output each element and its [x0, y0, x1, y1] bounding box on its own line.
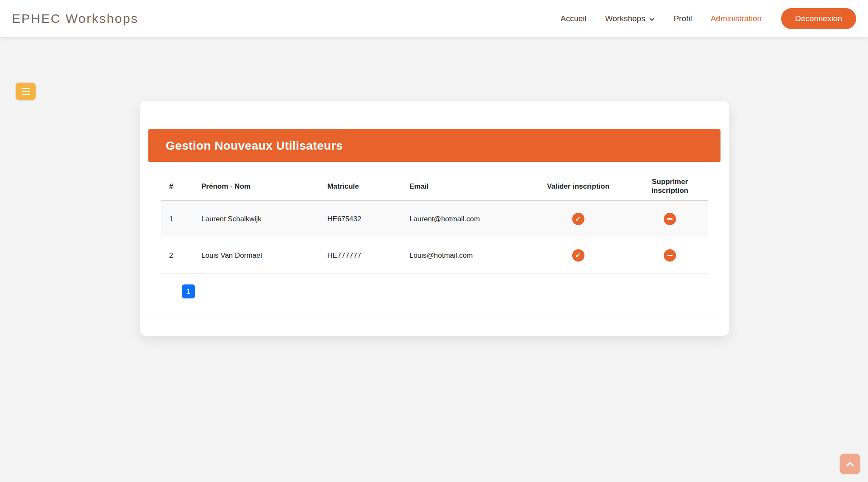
table-header-row: # Prénom - Nom Matricule Email Valider i…	[161, 165, 708, 201]
row-num: 2	[161, 237, 196, 274]
row-name: Laurent Schalkwijk	[196, 201, 322, 237]
column-header-num: #	[161, 165, 196, 201]
pagination: 1	[182, 284, 708, 298]
panel-header: Gestion Nouveaux Utilisateurs	[148, 129, 721, 162]
chevron-down-icon	[649, 17, 655, 22]
nav-item-accueil-label: Accueil	[560, 14, 586, 23]
column-header-delete: Supprimer inscription	[632, 165, 708, 201]
logout-button[interactable]: Déconnexion	[781, 8, 856, 29]
row-matricule: HE675432	[322, 201, 404, 237]
delete-registration-button[interactable]	[664, 249, 676, 262]
column-header-email: Email	[404, 165, 525, 201]
validate-registration-button[interactable]: ✓	[572, 249, 584, 262]
nav-item-workshops[interactable]: Workshops	[605, 14, 655, 23]
row-name: Louis Van Dormael	[196, 237, 322, 274]
minus-circle-icon	[667, 218, 673, 220]
pagination-page-1-button[interactable]: 1	[182, 284, 195, 298]
validate-registration-button[interactable]: ✓	[572, 213, 584, 225]
column-header-validate: Valider inscription	[525, 165, 632, 201]
row-matricule: HE777777	[322, 237, 404, 274]
brand-logo[interactable]: EPHEC Workshops	[12, 11, 139, 26]
minus-circle-icon	[667, 255, 673, 256]
sidebar-toggle-button[interactable]	[16, 83, 36, 100]
nav-item-accueil[interactable]: Accueil	[560, 14, 586, 23]
row-email: Louis@hotmail.com	[404, 237, 525, 274]
new-users-table: # Prénom - Nom Matricule Email Valider i…	[161, 165, 708, 274]
row-email: Laurent@hotmail.com	[404, 201, 525, 237]
nav-item-workshops-label: Workshops	[605, 14, 645, 23]
top-navigation-bar: EPHEC Workshops Accueil Workshops Profil…	[0, 0, 868, 37]
check-circle-icon: ✓	[575, 252, 581, 259]
table-row: 2 Louis Van Dormael HE777777 Louis@hotma…	[161, 237, 708, 274]
column-header-matricule: Matricule	[322, 165, 404, 201]
table-row: 1 Laurent Schalkwijk HE675432 Laurent@ho…	[161, 201, 708, 237]
users-table-wrapper: # Prénom - Nom Matricule Email Valider i…	[161, 165, 708, 298]
row-num: 1	[161, 201, 196, 237]
delete-registration-button[interactable]	[664, 213, 676, 225]
scroll-to-top-button[interactable]	[840, 454, 860, 474]
admin-panel-card: Gestion Nouveaux Utilisateurs # Prénom -…	[140, 101, 729, 336]
main-nav: Accueil Workshops Profil Administration …	[560, 8, 856, 29]
check-circle-icon: ✓	[575, 215, 581, 223]
card-footer-divider	[148, 315, 721, 315]
nav-item-profil[interactable]: Profil	[673, 14, 692, 23]
nav-item-administration[interactable]: Administration	[711, 14, 762, 23]
column-header-name: Prénom - Nom	[196, 165, 322, 201]
panel-title: Gestion Nouveaux Utilisateurs	[166, 139, 343, 153]
nav-item-administration-label: Administration	[711, 14, 762, 23]
nav-item-profil-label: Profil	[673, 14, 692, 23]
chevron-up-icon	[845, 459, 855, 469]
